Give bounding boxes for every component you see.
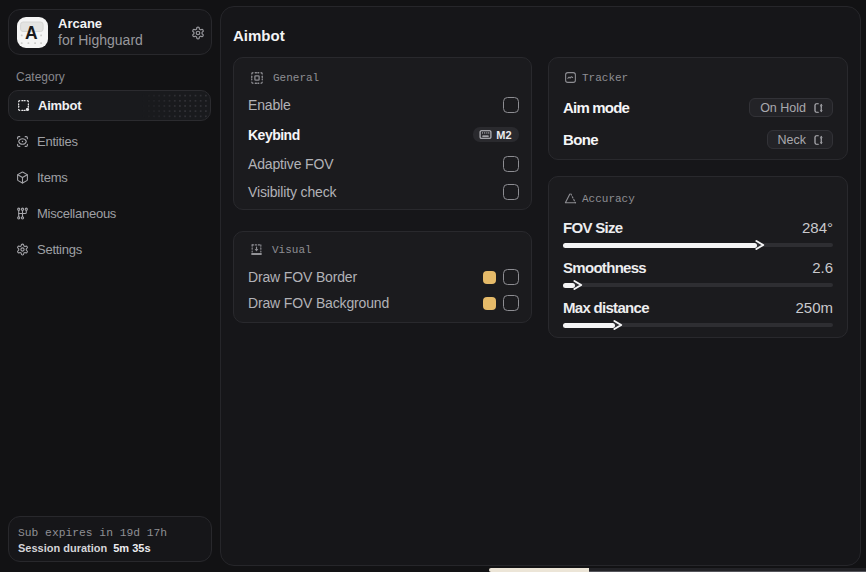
svg-text:A: A [25,23,38,43]
